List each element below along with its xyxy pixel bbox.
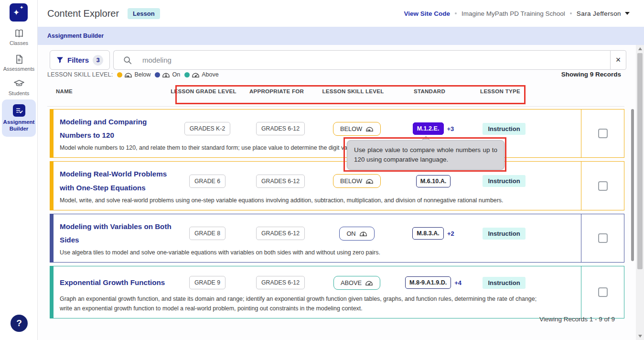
below-dot-icon (117, 72, 122, 77)
column-header-grade-level: LESSON GRADE LEVEL (168, 88, 239, 94)
divider (47, 106, 624, 107)
search-input[interactable] (142, 56, 610, 64)
lesson-type-badge: Instruction (483, 228, 525, 240)
lesson-description: Use algebra tiles to model and solve one… (54, 248, 550, 257)
legend-item-label: Below (134, 71, 150, 78)
table-header-row: NAME LESSON GRADE LEVEL APPROPRIATE FOR … (50, 88, 624, 94)
on-dot-icon (155, 72, 160, 77)
checkbox-cell (581, 162, 624, 209)
topbar: Content Explorer Lesson View Site Code I… (38, 0, 644, 27)
help-label: ? (16, 318, 22, 329)
list-scrollbar-thumb[interactable] (631, 109, 634, 261)
gauge-on-icon (359, 230, 367, 237)
lesson-title-link[interactable]: Exponential Growth Functions (60, 276, 165, 289)
document-icon (13, 54, 25, 65)
scrollbar-thumb[interactable] (637, 53, 643, 269)
lesson-type-badge: Instruction (483, 277, 525, 289)
standard-badge[interactable]: M.6.10.A. (416, 175, 451, 187)
gauge-above-icon (192, 72, 200, 78)
row-accent-bar (50, 110, 54, 157)
skill-level-legend: LESSON SKILL LEVEL: Below On Above (47, 71, 219, 78)
row-checkbox[interactable] (598, 287, 608, 297)
close-icon: × (616, 55, 621, 65)
legend-item-label: On (172, 71, 180, 78)
row-accent-bar (50, 214, 54, 262)
grade-level-pill: GRADE 6 (189, 175, 225, 188)
standard-badge[interactable]: M.8.3.A. (412, 227, 444, 240)
legend-item-above: Above (184, 71, 218, 78)
sidebar-item-label: Classes (10, 40, 28, 46)
view-site-code-link[interactable]: View Site Code (404, 10, 450, 17)
filters-button[interactable]: Filters 3 (50, 50, 110, 70)
assignment-builder-icon (13, 104, 25, 117)
user-menu[interactable]: Sara Jefferson (577, 10, 630, 17)
tabbar: Assignment Builder (38, 27, 644, 45)
filters-label: Filters (67, 56, 89, 64)
standard-extra-count[interactable]: +2 (447, 230, 454, 237)
standard-extra-count[interactable]: +3 (447, 125, 454, 132)
school-name: Imagine MyPath PD Training School (462, 10, 565, 17)
lesson-title-link[interactable]: Modeling and Comparing Numbers to 120 (60, 115, 172, 142)
book-icon (13, 28, 25, 39)
table-row: Modeling and Comparing Numbers to 120 GR… (50, 109, 624, 158)
skill-level-label: BELOW (340, 177, 362, 185)
legend-item-label: Above (202, 71, 218, 78)
page-scrollbar[interactable] (636, 45, 644, 340)
help-button[interactable]: ? (11, 315, 28, 332)
skill-level-pill: ON (339, 227, 374, 241)
page-title: Content Explorer (47, 8, 119, 19)
viewing-records: Viewing Records 1 - 9 of 9 (539, 316, 615, 323)
skill-level-pill: BELOW (333, 122, 381, 136)
dot-separator (570, 12, 572, 14)
filters-count-badge: 3 (93, 55, 103, 66)
filter-funnel-icon (56, 56, 64, 64)
lesson-description: Graph an exponential growth function, an… (54, 295, 550, 313)
search-box[interactable] (113, 50, 610, 70)
record-count: Showing 9 Records (561, 71, 621, 78)
above-dot-icon (184, 72, 190, 77)
lesson-title-link[interactable]: Modeling Real-World Problems with One-St… (60, 167, 172, 194)
appropriate-for-pill: GRADES 6-12 (256, 175, 305, 188)
user-name: Sara Jefferson (577, 10, 621, 17)
legend-label: LESSON SKILL LEVEL: (47, 71, 113, 78)
tab-assignment-builder[interactable]: Assignment Builder (47, 33, 104, 39)
column-header-lesson-type: LESSON TYPE (467, 88, 534, 94)
sidebar-item-students[interactable]: Students (0, 78, 38, 96)
scroll-down-icon[interactable] (638, 335, 642, 338)
checkbox-cell (581, 214, 624, 262)
sidebar-item-assessments[interactable]: Assessments (0, 54, 38, 72)
grade-level-pill: GRADE 8 (189, 227, 225, 240)
legend-item-below: Below (117, 71, 150, 78)
standard-tooltip: Use place value to compare whole numbers… (347, 140, 504, 170)
topbar-right: View Site Code Imagine MyPath PD Trainin… (404, 0, 630, 27)
sparkle-icon: ✦ (13, 8, 20, 18)
standard-badge[interactable]: M.1.2.E. (413, 122, 444, 135)
lesson-title-link[interactable]: Modeling with Variables on Both Sides (60, 220, 172, 247)
clear-search-button[interactable]: × (610, 50, 626, 70)
sidebar-item-label: Students (9, 90, 29, 96)
app-logo[interactable]: ✦ ✦ (10, 3, 28, 22)
row-checkbox[interactable] (598, 233, 608, 243)
sidebar-item-label: Assessments (3, 66, 34, 72)
standard-badge[interactable]: M.8-9.A1.9.D. (405, 276, 451, 289)
grade-level-pill: GRADE 9 (189, 276, 225, 289)
sidebar-item-classes[interactable]: Classes (0, 28, 38, 46)
legend-item-on: On (155, 71, 180, 78)
sidebar-item-assignment-builder[interactable]: Assignment Builder (2, 99, 36, 137)
table-row: Modeling with Variables on Both Sides GR… (50, 214, 624, 263)
skill-level-label: BELOW (340, 125, 362, 132)
row-checkbox[interactable] (598, 129, 608, 138)
grade-level-pill: GRADES K-2 (184, 122, 230, 135)
scroll-up-icon[interactable] (638, 47, 642, 50)
column-header-skill-level: LESSON SKILL LEVEL (314, 88, 392, 94)
appropriate-for-pill: GRADES 6-12 (256, 276, 305, 289)
search-bar: × (113, 50, 626, 70)
checkbox-cell (581, 110, 624, 157)
tooltip-text: Use place value to compare whole numbers… (354, 146, 497, 163)
column-header-appropriate-for: APPROPRIATE FOR (239, 88, 314, 94)
row-checkbox[interactable] (598, 181, 608, 191)
skill-level-label: ON (346, 230, 355, 237)
graduation-cap-icon (13, 78, 25, 89)
standard-extra-count[interactable]: +4 (454, 279, 462, 286)
column-header-name: NAME (50, 88, 168, 94)
